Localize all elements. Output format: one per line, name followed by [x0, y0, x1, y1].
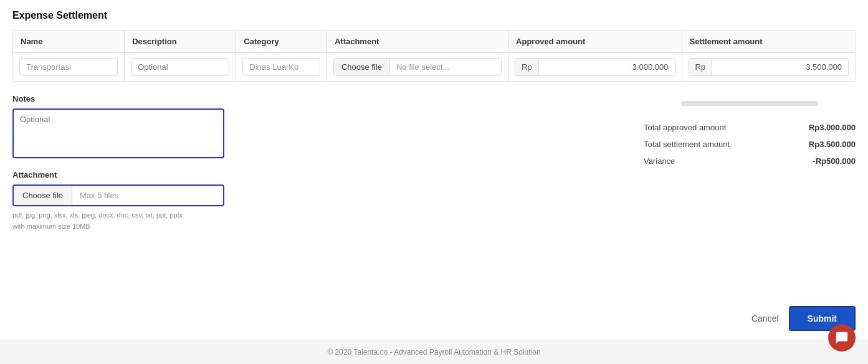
- notes-textarea[interactable]: [12, 108, 224, 158]
- file-hint: pdf, jpg, png, xlsx, xls, jpeg, docx, do…: [12, 210, 224, 232]
- row-file-input-wrapper: Choose file No file select...: [333, 58, 502, 76]
- right-section: Total approved amount Rp3.000.000 Total …: [249, 94, 856, 232]
- row-name-cell: [13, 53, 125, 82]
- variance-label: Variance: [644, 156, 675, 166]
- settlement-currency-prefix: Rp: [689, 59, 713, 75]
- category-input[interactable]: [242, 58, 320, 76]
- row-approved-cell: Rp: [508, 53, 682, 82]
- page-footer: © 2020 Talenta.co - Advanced Payroll Aut…: [0, 340, 868, 364]
- description-input[interactable]: [131, 58, 229, 76]
- approved-amount-input[interactable]: [539, 59, 675, 75]
- name-input[interactable]: [19, 58, 118, 76]
- row-category-cell: [236, 53, 327, 82]
- notes-label: Notes: [12, 94, 224, 103]
- summary-section: Total approved amount Rp3.000.000 Total …: [644, 94, 856, 232]
- row-description-cell: [125, 53, 236, 82]
- col-header-approved-amount: Approved amount: [508, 31, 682, 53]
- total-settlement-label: Total settlement amount: [644, 140, 730, 149]
- settlement-amount-input[interactable]: [712, 59, 848, 75]
- total-approved-label: Total approved amount: [644, 123, 726, 132]
- col-header-settlement-amount: Settlement amount: [682, 31, 855, 53]
- table-row: Choose file No file select... Rp Rp: [13, 53, 856, 82]
- attachment-file-wrapper: Choose file Max 5 files: [12, 184, 224, 206]
- expense-table: Name Description Category Attachment App…: [12, 30, 856, 82]
- row-choose-file-button[interactable]: Choose file: [334, 59, 390, 75]
- attachment-placeholder-text: Max 5 files: [72, 186, 126, 205]
- row-file-name: No file select...: [390, 59, 455, 75]
- attachment-section: Attachment Choose file Max 5 files pdf, …: [12, 170, 224, 232]
- col-header-name: Name: [13, 31, 125, 53]
- col-header-category: Category: [236, 31, 327, 53]
- row-attachment-cell: Choose file No file select...: [327, 53, 508, 82]
- file-hint-line2: with maximum size 10MB: [12, 223, 90, 230]
- total-settlement-row: Total settlement amount Rp3.500.000: [644, 136, 856, 153]
- variance-value: -Rp500.000: [813, 156, 856, 166]
- page-title: Expense Settlement: [12, 10, 856, 21]
- left-section: Notes Attachment Choose file Max 5 files…: [12, 94, 224, 232]
- total-approved-value: Rp3.000.000: [809, 123, 856, 132]
- attachment-label: Attachment: [12, 170, 224, 180]
- attachment-choose-button[interactable]: Choose file: [14, 186, 72, 205]
- settlement-amount-wrapper: Rp: [689, 58, 849, 76]
- bottom-section: Notes Attachment Choose file Max 5 files…: [12, 94, 856, 232]
- approved-amount-wrapper: Rp: [515, 58, 675, 76]
- progress-bar: [681, 101, 818, 106]
- col-header-attachment: Attachment: [327, 31, 508, 53]
- footer-text: © 2020 Talenta.co - Advanced Payroll Aut…: [327, 348, 540, 357]
- file-hint-line1: pdf, jpg, png, xlsx, xls, jpeg, docx, do…: [12, 211, 183, 219]
- col-header-description: Description: [125, 31, 236, 53]
- row-settlement-cell: Rp: [682, 53, 855, 82]
- chat-bubble-button[interactable]: [828, 324, 856, 352]
- summary-table: Total approved amount Rp3.000.000 Total …: [644, 119, 856, 170]
- total-settlement-value: Rp3.500.000: [809, 140, 856, 149]
- footer-actions: Cancel Submit: [0, 297, 868, 340]
- variance-row: Variance -Rp500.000: [644, 153, 856, 170]
- cancel-button[interactable]: Cancel: [751, 314, 779, 323]
- approved-currency-prefix: Rp: [515, 59, 539, 75]
- total-approved-row: Total approved amount Rp3.000.000: [644, 119, 856, 136]
